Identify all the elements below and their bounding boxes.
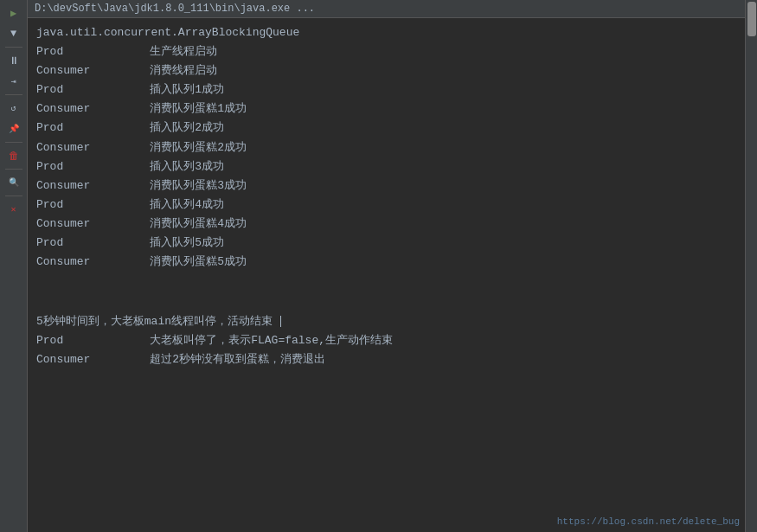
- console-subtitle: java.util.concurrent.ArrayBlockingQueue: [36, 23, 736, 42]
- console-output[interactable]: java.util.concurrent.ArrayBlockingQueue …: [28, 18, 745, 532]
- blank-line: [36, 272, 736, 285]
- close-button[interactable]: ✕: [4, 200, 23, 219]
- console-lines-container: Prod 生产线程启动Consumer 消费线程启动Prod 插入队列1成功Co…: [36, 42, 736, 312]
- console-line: Prod 插入队列3成功: [36, 157, 736, 176]
- right-scrollbar[interactable]: [745, 0, 757, 532]
- console-line: Prod 插入队列5成功: [36, 234, 736, 253]
- separator-1: [5, 47, 22, 48]
- watermark: https://blog.csdn.net/delete_bug: [557, 516, 740, 527]
- rerun-button[interactable]: ↺: [4, 99, 23, 118]
- separator-5: [5, 195, 22, 196]
- down-button[interactable]: ▼: [4, 24, 23, 43]
- scroll-thumb[interactable]: [747, 2, 756, 36]
- search-button[interactable]: 🔍: [4, 173, 23, 192]
- delete-button[interactable]: 🗑: [4, 146, 23, 165]
- console-line: Consumer 消费队列蛋糕3成功: [36, 176, 736, 195]
- blank-line: [36, 285, 736, 299]
- separator-4: [5, 169, 22, 170]
- left-toolbar: ▶ ▼ ⏸ ⇥ ↺ 📌 🗑 🔍 ✕: [0, 0, 28, 532]
- console-line: Prod 生产线程启动: [36, 42, 736, 61]
- console-line: Prod 插入队列2成功: [36, 119, 736, 138]
- console-line: Consumer 消费队列蛋糕5成功: [36, 253, 736, 272]
- main-area: D:\devSoft\Java\jdk1.8.0_111\bin\java.ex…: [28, 0, 745, 532]
- footer-line: Consumer 超过2秒钟没有取到蛋糕，消费退出: [36, 350, 736, 369]
- blank-line: [36, 298, 736, 312]
- step-button[interactable]: ⇥: [4, 72, 23, 91]
- pause-button[interactable]: ⏸: [4, 51, 23, 70]
- console-line: Consumer 消费队列蛋糕1成功: [36, 99, 736, 119]
- pin-button[interactable]: 📌: [4, 119, 23, 138]
- console-line: Consumer 消费队列蛋糕4成功: [36, 215, 736, 234]
- separator-2: [5, 94, 22, 95]
- java-path-label: D:\devSoft\Java\jdk1.8.0_111\bin\java.ex…: [35, 3, 315, 15]
- footer-line: 5秒钟时间到，大老板main线程叫停，活动结束: [36, 312, 736, 331]
- footer-lines-container: 5秒钟时间到，大老板main线程叫停，活动结束 Prod 大老板叫停了，表示FL…: [36, 312, 736, 369]
- console-line: Prod 插入队列4成功: [36, 195, 736, 215]
- console-line: Consumer 消费队列蛋糕2成功: [36, 138, 736, 157]
- top-bar: D:\devSoft\Java\jdk1.8.0_111\bin\java.ex…: [28, 0, 745, 18]
- console-line: Consumer 消费线程启动: [36, 61, 736, 80]
- text-cursor: [280, 316, 281, 327]
- footer-line: Prod 大老板叫停了，表示FLAG=false,生产动作结束: [36, 331, 736, 350]
- run-button[interactable]: ▶: [4, 3, 23, 22]
- separator-3: [5, 142, 22, 143]
- console-line: Prod 插入队列1成功: [36, 80, 736, 99]
